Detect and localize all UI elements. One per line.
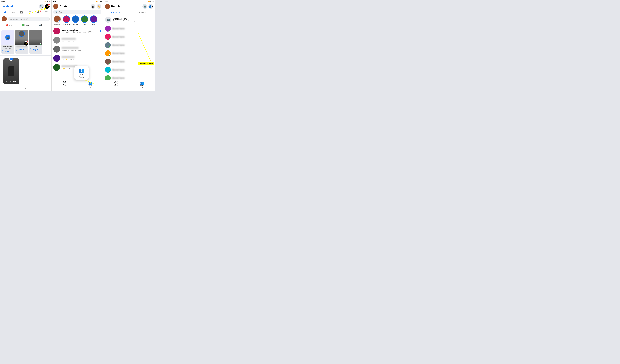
people-people-tab[interactable]: 👥 People 43: [129, 81, 155, 89]
tab-stories[interactable]: STORIES (8): [129, 10, 155, 15]
chats-tab[interactable]: 💬 Chats: [52, 81, 77, 89]
live-button[interactable]: 🔴 Live: [1, 23, 17, 27]
chat-item-2[interactable]: : Aha!!!!! · Jun 24: [52, 36, 103, 45]
people-home-bar: [103, 89, 155, 91]
people-item-3[interactable]: Blurred Name: [103, 41, 155, 49]
people-popup-icon: 👥: [79, 68, 84, 73]
people-bottom-nav: 💬 Chats 👥 People 43: [103, 80, 155, 89]
people-item-1[interactable]: Blurred Name: [103, 24, 155, 33]
header-icons: 🔍 ⚡ 1: [39, 4, 50, 9]
people-item-6[interactable]: Blurred Name: [103, 66, 155, 74]
people-count: 43: [90, 87, 91, 88]
post-box: What's on your mind?: [0, 15, 51, 23]
edit-button[interactable]: ✏️: [96, 4, 101, 9]
people-panel: 5:49 📶 67% People 📇 👤+ ACTIVE (47) STORI…: [103, 0, 155, 91]
people-item-2[interactable]: Blurred Name: [103, 33, 155, 41]
online-dot-5: [109, 62, 111, 64]
sage-story[interactable]: Sage: [81, 15, 89, 25]
people-user-avatar: [105, 4, 110, 9]
messenger-button[interactable]: ⚡ 1: [45, 4, 50, 9]
search-bar[interactable]: 🔍 Search: [53, 10, 101, 14]
cc-story[interactable]: C.C.: [90, 15, 98, 25]
status-battery: 67%: [47, 1, 50, 2]
people-avatar-6: [105, 67, 111, 73]
chats-story-row: + Your Story Samantha Kendra Sage C.C.: [52, 15, 103, 27]
mary-name: Mary McLaughlin: [62, 29, 98, 31]
online-dot-1: [109, 30, 111, 31]
room-icon: 📹: [5, 35, 10, 40]
people-status-bar: 5:49 📶 67%: [103, 0, 155, 3]
nav-marketplace[interactable]: [26, 10, 34, 15]
stories-section: 📹 Molly's Room Get Started Create: [0, 29, 51, 56]
chat-avatar-3: [53, 46, 60, 53]
say-hi-button-1[interactable]: Say Hi: [16, 48, 27, 51]
people-status-time: 5:49: [105, 1, 108, 2]
photo-button[interactable]: 🖼 Photo: [18, 23, 34, 27]
chat-info-2: : Aha!!!!! · Jun 24: [62, 38, 101, 42]
people-list: Blurred Name Blurred Name Blurred Name: [103, 24, 155, 80]
people-title: People: [111, 5, 121, 8]
mary-info: Mary McLaughlin Mary McLaughlin sent an …: [62, 29, 98, 33]
people-avatar-2: [105, 34, 111, 40]
facebook-logo: facebook: [2, 4, 14, 8]
room-button[interactable]: 📹 Room: [34, 23, 50, 27]
chat-item-4[interactable]: You: 👍 · Jun 18: [52, 54, 103, 63]
chats-status-time: 5:49: [53, 1, 56, 2]
nav-friends[interactable]: [9, 10, 17, 15]
samantha-story[interactable]: Samantha: [62, 15, 70, 25]
post-input[interactable]: What's on your mind?: [8, 17, 50, 21]
nav-watch[interactable]: [18, 10, 26, 15]
people-header-icons: 📇 👤+: [142, 4, 153, 9]
kendra-story[interactable]: Kendra: [72, 15, 79, 25]
contact-card-button[interactable]: 📇: [142, 4, 147, 9]
mary-preview: Mary McLaughlin sent an attac... · 5:23 …: [62, 31, 98, 33]
chat-info-4: You: 👍 · Jun 18: [62, 56, 101, 61]
create-room-item[interactable]: 📹 Create a Room Use a link to video chat…: [103, 15, 155, 24]
search-icon-chats: 🔍: [55, 11, 58, 13]
action-row: 🔴 Live 🖼 Photo 📹 Room: [0, 23, 51, 29]
people-avatar-3: [105, 42, 111, 48]
sage-label: Sage: [81, 23, 89, 25]
tab-active[interactable]: ACTIVE (47): [103, 10, 129, 15]
online-dot-4: [109, 54, 111, 56]
nav-bar: 1: [0, 10, 51, 15]
create-button[interactable]: Create: [2, 50, 13, 53]
blurred-name-2: [62, 38, 76, 40]
status-time: 5:49: [1, 1, 4, 2]
story-card-person3[interactable]: No Say Hi: [29, 30, 42, 54]
people-tab[interactable]: 👥 People 43: [77, 81, 103, 89]
camera-button[interactable]: 📷: [91, 4, 95, 9]
your-story-item[interactable]: + Your Story: [53, 15, 61, 25]
add-story-thumb: + Add to Story: [3, 59, 19, 84]
people-popup[interactable]: 👥 43 People: [74, 66, 89, 80]
create-room-subtitle: Use a link to video chat with anyone: [113, 20, 138, 22]
people-people-label: People: [140, 85, 144, 87]
chat-preview-2: : Aha!!!!! · Jun 24: [62, 40, 101, 42]
cc-avatar: [90, 15, 97, 23]
chat-item-3[interactable]: sent an attachment. · Jun 19: [52, 45, 103, 54]
messenger-overlay: ⚡ 1: [24, 41, 28, 46]
say-hi-button-2[interactable]: Say Hi: [30, 48, 41, 51]
people-item-7[interactable]: Blurred Name: [103, 74, 155, 80]
nav-home[interactable]: [1, 10, 9, 15]
people-avatar-1: [105, 26, 111, 31]
cc-label: C.C.: [90, 23, 98, 25]
back-chevron[interactable]: ‹: [25, 87, 26, 90]
chats-tab-label: Chats: [62, 85, 66, 87]
your-story-label: Your Story: [53, 23, 61, 25]
search-button[interactable]: 🔍: [39, 4, 44, 9]
notification-badge: 1: [39, 10, 42, 12]
people-item-4[interactable]: Blurred Name: [103, 49, 155, 58]
online-dot-6: [109, 71, 111, 73]
story-label: Molly's Room: [1, 45, 14, 48]
create-room-text: Create a Room Use a link to video chat w…: [113, 18, 138, 22]
people-avatar-4: [105, 50, 111, 56]
story-card-mollys-room[interactable]: 📹 Molly's Room Get Started Create: [1, 30, 14, 54]
nav-notifications[interactable]: 1: [34, 10, 42, 15]
people-chats-tab[interactable]: 💬 Chats: [103, 81, 129, 89]
story-card-person2[interactable]: ⚡ 1 Say Hi: [15, 30, 28, 54]
add-friend-button[interactable]: 👤+: [148, 4, 153, 9]
chat-item-mary[interactable]: Mary McLaughlin Mary McLaughlin sent an …: [52, 27, 103, 36]
chat-avatar-4: [53, 55, 60, 62]
nav-menu[interactable]: [42, 10, 50, 15]
